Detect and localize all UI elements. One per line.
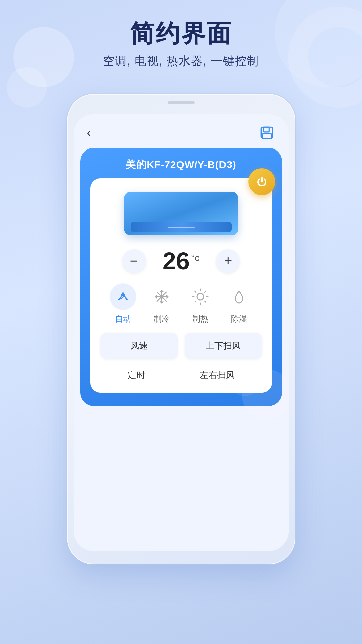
phone-outer-shell: ‹ 美的KF-72QW/Y-B(D3) (67, 94, 295, 564)
temperature-display: 26°c (163, 249, 199, 273)
mode-cool-label: 制冷 (154, 313, 170, 324)
mode-heat-icon-wrap (187, 283, 214, 310)
ac-blue-card: 美的KF-72QW/Y-B(D3) (80, 148, 282, 406)
svg-point-16 (197, 293, 204, 300)
bottom-function-row: 定时 左右扫风 (100, 362, 262, 386)
power-button[interactable] (248, 168, 275, 195)
temperature-unit: °c (191, 253, 199, 263)
phone-screen: ‹ 美的KF-72QW/Y-B(D3) (74, 114, 289, 551)
temperature-value: 26 (163, 248, 190, 274)
timer-button[interactable]: 定时 (114, 366, 159, 384)
mode-cool[interactable]: 制冷 (148, 283, 175, 324)
mode-row: 自动 (100, 276, 262, 328)
page-subtitle: 空调, 电视, 热水器, 一键控制 (0, 53, 362, 69)
mode-heat[interactable]: 制热 (187, 283, 214, 324)
ac-model-name: 美的KF-72QW/Y-B(D3) (90, 158, 272, 172)
svg-line-22 (205, 301, 206, 302)
svg-point-7 (160, 295, 164, 299)
ac-control-card: − 26°c + (90, 178, 272, 393)
mode-dry-icon-wrap (226, 283, 252, 310)
temperature-control: − 26°c + (100, 242, 262, 276)
header-area: 简约界面 空调, 电视, 热水器, 一键控制 (0, 20, 362, 69)
mode-auto[interactable]: 自动 (110, 283, 136, 324)
mode-dry[interactable]: 除湿 (226, 283, 252, 324)
up-down-wind-button[interactable]: 上下扫风 (185, 333, 262, 359)
top-bar: ‹ (74, 114, 289, 148)
svg-line-24 (195, 301, 196, 302)
save-button[interactable] (258, 124, 275, 141)
ac-unit-illustration (124, 192, 238, 235)
svg-rect-2 (263, 133, 271, 138)
mode-heat-label: 制热 (192, 313, 208, 324)
function-buttons-row: 风速 上下扫风 (100, 328, 262, 362)
heat-mode-icon (192, 288, 209, 305)
wind-speed-button[interactable]: 风速 (100, 333, 178, 359)
svg-line-21 (195, 291, 196, 292)
svg-line-23 (205, 291, 206, 292)
bg-decoration-circle-2 (7, 67, 47, 108)
save-icon (260, 126, 274, 140)
mode-auto-label: 自动 (115, 313, 131, 324)
temp-decrease-button[interactable]: − (122, 249, 146, 273)
dry-mode-icon (231, 288, 247, 305)
phone-speaker (168, 101, 195, 104)
auto-mode-icon (115, 288, 131, 305)
ac-unit-line (168, 227, 195, 228)
ac-unit-image-area (100, 188, 262, 242)
mode-auto-icon-wrap (110, 283, 136, 310)
cool-mode-icon (153, 288, 170, 305)
lr-wind-button[interactable]: 左右扫风 (186, 366, 248, 384)
back-button[interactable]: ‹ (87, 126, 91, 140)
page-title: 简约界面 (0, 20, 362, 47)
mode-cool-icon-wrap (148, 283, 175, 310)
app-content: ‹ 美的KF-72QW/Y-B(D3) (74, 114, 289, 551)
svg-rect-1 (263, 127, 269, 132)
mode-dry-label: 除湿 (231, 313, 247, 324)
phone-mockup: ‹ 美的KF-72QW/Y-B(D3) (67, 94, 295, 564)
temp-increase-button[interactable]: + (216, 249, 240, 273)
power-icon (255, 175, 269, 188)
